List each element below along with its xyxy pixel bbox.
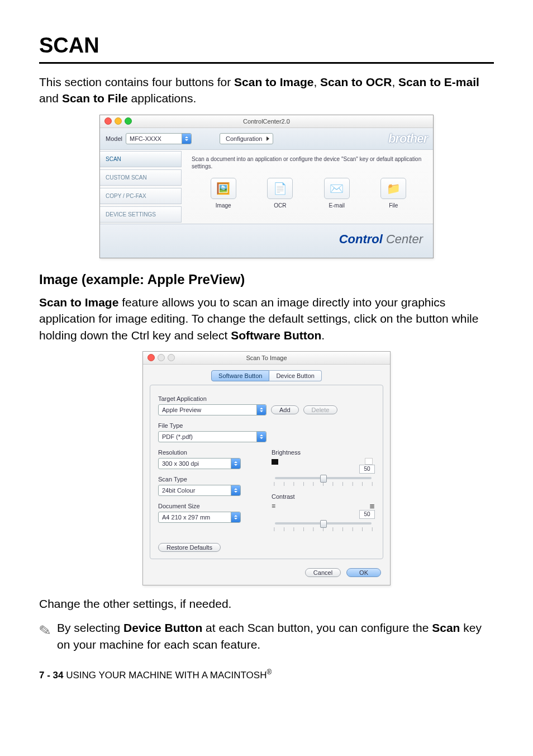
ok-button[interactable]: OK [346,568,381,577]
slider-thumb-icon[interactable] [320,520,327,528]
tab-bar: Software Button Device Button [143,365,390,381]
page-footer: 7 - 34 USING YOUR MACHINE WITH A MACINTO… [39,668,494,681]
note: ✎ By selecting Device Button at each Sca… [39,620,494,653]
window-titlebar: Scan To Image [143,352,390,365]
cancel-button[interactable]: Cancel [305,568,341,577]
document-size-select[interactable]: A4 210 x 297 mm [158,512,241,523]
target-application-value: Apple Preview [162,407,256,413]
footer-branding: Control Center [100,224,433,258]
scan-type-value: 24bit Colour [162,487,231,494]
text-bold: Scan [432,621,460,634]
document-size-label: Document Size [158,503,261,509]
scan-image-button[interactable]: 🖼️ [211,178,236,199]
brother-logo: brother [388,131,427,146]
text-bold: Device Button [123,621,202,634]
scan-type-select[interactable]: 24bit Colour [158,485,241,496]
scan-email-label: E-mail [329,202,345,209]
tab-device-button[interactable]: Device Button [269,370,321,381]
configuration-button[interactable]: Configuration [220,133,273,144]
text: This section contains four buttons for [39,75,234,88]
text-bold: Scan to Image [39,296,118,309]
note-icon: ✎ [38,620,53,642]
brightness-label: Brightness [272,449,375,456]
registered-mark: ® [266,668,272,676]
text: applications. [128,92,197,105]
slider-thumb-icon[interactable] [320,475,327,483]
sidebar-item-custom-scan[interactable]: CUSTOM SCAN [100,169,182,186]
controlcenter-window: ControlCenter2.0 Model MFC-XXXX Configur… [99,115,434,258]
text-bold: Scan to E-mail [398,75,479,88]
contrast-high-icon: ≣ [369,502,375,510]
body-paragraph: Scan to Image feature allows you to scan… [39,294,494,343]
text-bold: Scan to File [62,92,128,105]
chevron-right-icon [266,136,269,141]
brightness-dark-icon [272,459,278,465]
subheading-image-example: Image (example: Apple PreView) [39,272,494,287]
body-paragraph-2: Change the other settings, if needed. [39,596,494,612]
image-icon: 🖼️ [216,182,230,195]
text: at each Scan button, you can configure t… [202,621,432,634]
footer-text: USING YOUR MACHINE WITH A MACINTOSH [66,670,266,681]
contrast-slider[interactable] [275,522,372,525]
brightness-slider[interactable] [275,477,372,479]
file-type-select[interactable]: PDF (*.pdf) [158,431,266,442]
text: , [313,75,320,88]
scan-image-label: Image [216,202,231,209]
sidebar-item-copy-pcfax[interactable]: COPY / PC-FAX [100,188,182,204]
scan-type-label: Scan Type [158,476,261,483]
center-word: Center [383,232,423,246]
email-icon: ✉️ [330,182,344,195]
configuration-label: Configuration [226,135,262,142]
panel-description: Scan a document into an application or c… [192,155,425,170]
file-type-value: PDF (*.pdf) [162,433,256,440]
control-word: Control [339,232,383,246]
chevron-updown-icon [231,485,240,495]
scan-email-button[interactable]: ✉️ [324,178,350,199]
sidebar-item-scan[interactable]: SCAN [100,151,182,167]
dialog-footer: Cancel OK [143,565,390,585]
chevron-updown-icon [231,459,240,469]
text: . [321,329,325,342]
text-bold: Scan to Image [234,75,313,88]
text: , [392,75,398,88]
sidebar: SCAN CUSTOM SCAN COPY / PC-FAX DEVICE SE… [100,150,184,224]
restore-defaults-button[interactable]: Restore Defaults [158,543,221,552]
tab-software-button[interactable]: Software Button [211,370,269,381]
text-bold: Software Button [231,329,321,342]
settings-panel: Target Application Apple Preview Add Del… [150,385,383,559]
target-application-select[interactable]: Apple Preview [158,404,266,415]
scan-file-button[interactable]: 📁 [380,178,406,199]
window-title: Scan To Image [143,355,390,361]
ocr-icon: 📄 [273,182,287,195]
chevron-updown-icon [182,134,191,144]
window-titlebar: ControlCenter2.0 [100,115,433,128]
page-title: SCAN [39,34,494,64]
document-size-value: A4 210 x 297 mm [162,514,231,521]
sidebar-item-device-settings[interactable]: DEVICE SETTINGS [100,206,182,223]
brightness-value: 50 [359,465,375,474]
text: and [39,92,62,105]
scan-to-image-window: Scan To Image Software Button Device But… [142,351,391,585]
chevron-updown-icon [256,432,266,442]
contrast-value: 50 [359,510,375,519]
scan-ocr-button[interactable]: 📄 [267,178,293,199]
add-button[interactable]: Add [271,405,299,414]
window-title: ControlCenter2.0 [100,118,433,125]
intro-paragraph: This section contains four buttons for S… [39,74,494,107]
resolution-value: 300 x 300 dpi [162,460,231,467]
brightness-light-icon [365,458,373,465]
toolbar: Model MFC-XXXX Configuration brother [100,128,433,150]
file-type-label: File Type [158,422,375,429]
folder-icon: 📁 [387,182,401,195]
delete-button: Delete [303,405,338,414]
contrast-label: Contrast [272,493,375,500]
resolution-select[interactable]: 300 x 300 dpi [158,458,241,469]
text: By selecting [57,621,123,634]
scan-file-label: File [389,202,398,209]
model-select[interactable]: MFC-XXXX [126,133,192,144]
contrast-low-icon: ≡ [272,502,275,510]
chevron-updown-icon [256,405,266,415]
scan-ocr-label: OCR [274,202,286,209]
text-bold: Scan to OCR [320,75,392,88]
model-label: Model [106,135,122,142]
